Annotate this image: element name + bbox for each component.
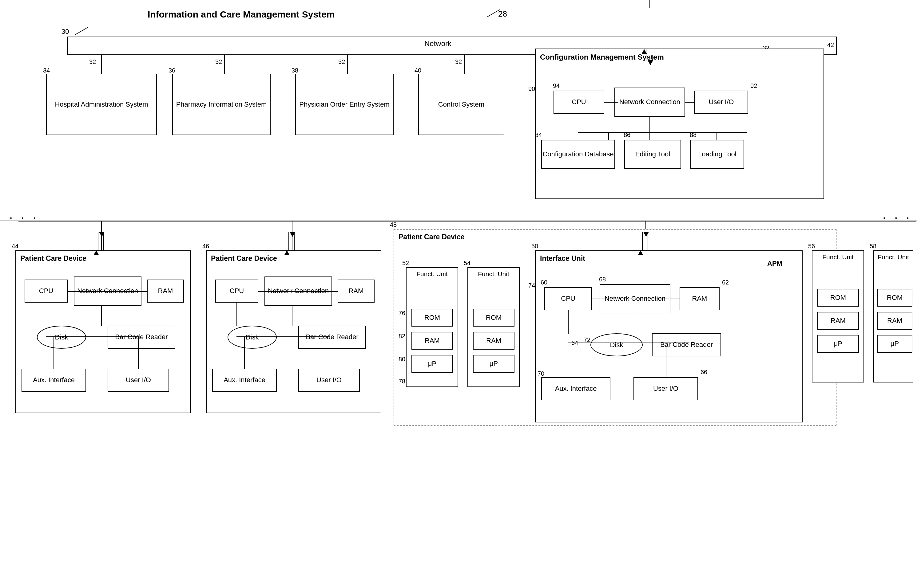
cfg-h1 — [604, 102, 618, 103]
dots-left: · · · — [9, 210, 39, 224]
node-ref-2: 32 — [215, 58, 222, 65]
auxif70-box: Aux. Interface — [541, 377, 611, 400]
iu50-arrow-up — [638, 250, 643, 255]
up52-ref2: 78 — [399, 378, 405, 385]
apm-label: APM — [767, 260, 782, 268]
pcd44-v-net — [101, 306, 102, 326]
pharmacy-info-box: Pharmacy Information System — [172, 74, 271, 135]
ram62-box: RAM — [680, 287, 719, 310]
pcd48-ref: 48 — [390, 221, 397, 228]
config-db-box: Configuration Database — [541, 140, 615, 169]
pcd46-v-cpu — [237, 303, 237, 326]
ram54-box: RAM — [473, 332, 514, 350]
rom54-box: ROM — [473, 309, 514, 326]
pcd46-ref: 46 — [203, 243, 209, 250]
pcd44-h-line — [68, 291, 147, 292]
iu50-v-cpu — [568, 310, 569, 334]
cpu60-box: CPU — [544, 287, 592, 310]
control-ref: 40 — [415, 67, 421, 74]
cfg-to-net-arr2 — [648, 60, 653, 65]
userio66b-ref: 66 — [700, 369, 707, 376]
pcd46-v-net — [292, 306, 292, 326]
config-ref-90: 90 — [528, 86, 535, 92]
pcd44-ref: 44 — [12, 243, 18, 250]
network-ref: 30 — [62, 27, 69, 36]
up52-ref: 80 — [399, 356, 405, 363]
cpu-config-ref: 94 — [553, 82, 560, 89]
control-system-box: Control System — [418, 74, 504, 135]
funct52-label: Funct. Unit — [408, 270, 456, 278]
funct52-ref: 52 — [402, 260, 409, 267]
loading-tool-box: Loading Tool — [690, 140, 744, 169]
ram56b-box: RAM — [817, 312, 859, 330]
userio46-box: User I/O — [298, 369, 360, 392]
page-title: Information and Care Management System — [147, 9, 335, 19]
pcd44-label: Patient Care Device — [20, 254, 86, 263]
auxif70-ref: 70 — [538, 370, 544, 377]
pcd46-h-line — [258, 291, 338, 292]
network-ref-arrow — [75, 27, 88, 36]
netconn-config-box: Network Connection — [614, 87, 685, 117]
config-mgmt-box: Configuration Management System — [535, 48, 824, 199]
ram52-ref: 82 — [399, 333, 405, 340]
cpu-config-box: CPU — [554, 90, 604, 114]
ram62-ref: 62 — [722, 279, 729, 286]
iu50-ref-74: 74 — [528, 282, 535, 289]
title-ref: 28 — [498, 9, 507, 19]
barcode44-box: Bar Code Reader — [108, 326, 175, 349]
rom58-box: ROM — [877, 289, 912, 307]
pcd44-arrow-down — [99, 232, 105, 237]
pcd44-v-cpu — [46, 303, 47, 326]
up54-box: μP — [473, 355, 514, 373]
pcd44-arrow-up — [94, 250, 99, 255]
node-ref-1: 32 — [89, 58, 96, 65]
pcd46-h-line2 — [237, 336, 329, 337]
iu50-line-up — [642, 232, 643, 251]
config-db-ref: 84 — [535, 131, 542, 139]
funct58-label: Funct. Unit — [876, 253, 911, 261]
cpu60-ref: 60 — [541, 279, 548, 286]
pcd46-arrow-up — [284, 250, 290, 255]
cfg-v4 — [716, 132, 717, 141]
iu50-h-line2 — [568, 342, 689, 343]
network-label: Network — [424, 39, 451, 48]
iu50-h-line — [592, 299, 680, 299]
hospital-ref: 34 — [43, 67, 50, 74]
node-ref-3: 32 — [338, 58, 345, 65]
funct56-ref: 56 — [808, 243, 815, 250]
barcode46-box: Bar Code Reader — [298, 326, 366, 349]
ram52-box: RAM — [412, 332, 453, 350]
iu50-v-aux — [576, 342, 576, 378]
pcd46-label: Patient Care Device — [211, 254, 277, 263]
userio-config-box: User I/O — [694, 90, 748, 114]
cfg-h2 — [685, 102, 694, 103]
pcd44-line-up — [98, 232, 99, 251]
iu50-ref: 50 — [531, 243, 538, 250]
ram46-box: RAM — [338, 279, 374, 303]
disk64-box: Disk — [590, 333, 643, 356]
pcd44-v-aux — [53, 336, 54, 369]
rom52-ref: 76 — [399, 310, 405, 317]
up52-box: μP — [412, 355, 453, 373]
hospital-admin-box: Hospital Administration System — [46, 74, 157, 135]
pcd48-label: Patient Care Device — [399, 233, 465, 242]
pharmacy-ref: 36 — [168, 67, 175, 74]
userio44-box: User I/O — [108, 369, 169, 392]
physician-order-box: Physician Order Entry System — [295, 74, 394, 135]
disk44-box: Disk — [37, 326, 86, 349]
userio-config-ref: 92 — [750, 82, 757, 89]
funct58-ref: 58 — [870, 243, 876, 250]
iu50-v-userio — [666, 342, 666, 378]
iu50-v-net — [635, 313, 635, 334]
config-outer-ref: 42 — [827, 42, 834, 48]
pcd46-arrow-down — [290, 232, 295, 237]
cpu44-box: CPU — [24, 279, 68, 303]
cpu46-box: CPU — [215, 279, 258, 303]
separator-line — [0, 221, 917, 221]
userio66b-box: User I/O — [633, 377, 698, 400]
disk46-box: Disk — [228, 326, 277, 349]
editing-tool-box: Editing Tool — [624, 140, 681, 169]
pcd44-h-line2 — [46, 336, 138, 337]
node-ref-4: 32 — [455, 58, 462, 65]
cfg-v2 — [608, 132, 609, 141]
